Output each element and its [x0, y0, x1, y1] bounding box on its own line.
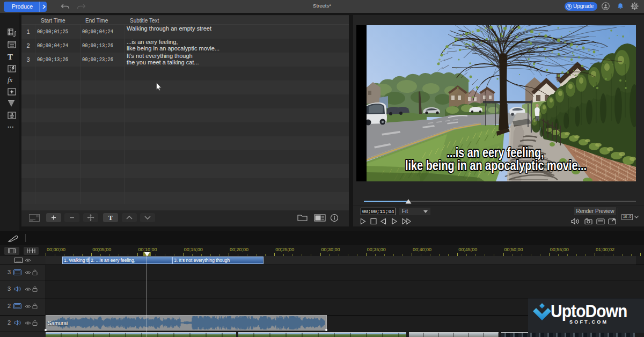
svg-text:like being in an apocalyptic m: like being in an apocalyptic movie...	[405, 158, 587, 173]
